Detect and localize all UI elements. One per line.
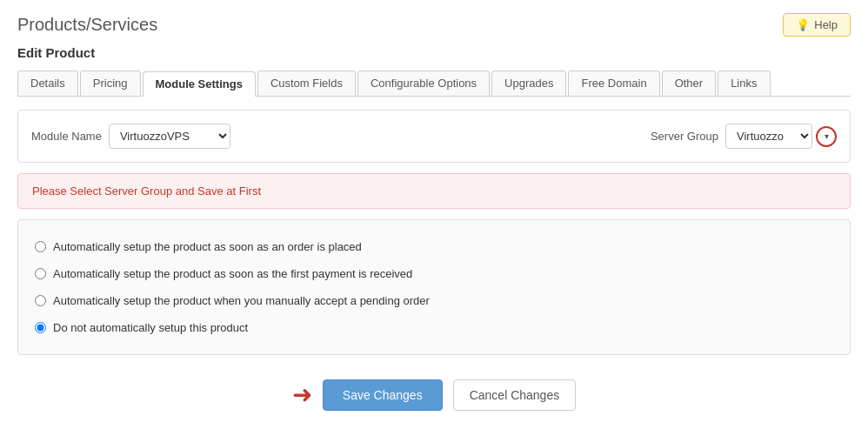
tab-free-domain[interactable]: Free Domain: [568, 70, 659, 96]
bulb-icon: 💡: [796, 18, 810, 31]
module-name-group: Module Name VirtuozzoVPS: [31, 124, 230, 149]
page-title: Products/Services: [17, 15, 157, 35]
radio-label-4: Do not automatically setup this product: [53, 321, 248, 334]
radio-label-2: Automatically setup the product as soon …: [53, 267, 412, 280]
module-row: Module Name VirtuozzoVPS Server Group Vi…: [31, 124, 837, 149]
footer-actions: ➜ Save Changes Cancel Changes: [17, 371, 851, 411]
cancel-changes-button[interactable]: Cancel Changes: [453, 379, 577, 411]
server-group-label: Server Group: [651, 130, 718, 143]
radio-option-2: Automatically setup the product as soon …: [31, 260, 837, 287]
server-group-section: Server Group Virtuozzo ▾: [651, 124, 837, 149]
module-settings-card: Module Name VirtuozzoVPS Server Group Vi…: [17, 110, 851, 163]
tab-module-settings[interactable]: Module Settings: [143, 71, 256, 97]
arrow-right-icon: ➜: [292, 383, 312, 407]
server-group-select[interactable]: Virtuozzo: [725, 124, 812, 149]
tab-upgrades[interactable]: Upgrades: [491, 70, 566, 96]
module-name-select[interactable]: VirtuozzoVPS: [109, 124, 230, 149]
server-group-select-wrapper: Virtuozzo ▾: [725, 124, 837, 149]
tab-links[interactable]: Links: [718, 70, 770, 96]
tab-details[interactable]: Details: [17, 70, 78, 96]
radio-input-2[interactable]: [35, 268, 46, 279]
alert-box: Please Select Server Group and Save at F…: [17, 173, 851, 209]
alert-message: Please Select Server Group and Save at F…: [32, 184, 261, 198]
tab-custom-fields[interactable]: Custom Fields: [257, 70, 356, 96]
radio-label-1: Automatically setup the product as soon …: [53, 240, 362, 253]
page-wrapper: Products/Services 💡 Help Edit Product De…: [0, 0, 868, 436]
radio-label-3: Automatically setup the product when you…: [53, 294, 430, 307]
page-header: Products/Services 💡 Help: [17, 13, 851, 37]
save-changes-button[interactable]: Save Changes: [323, 379, 443, 411]
radio-option-4: Do not automatically setup this product: [31, 314, 837, 341]
tab-other[interactable]: Other: [662, 70, 717, 96]
module-name-label: Module Name: [31, 130, 102, 143]
radio-input-3[interactable]: [35, 295, 46, 306]
radio-input-1[interactable]: [35, 241, 46, 252]
help-button[interactable]: 💡 Help: [783, 13, 851, 37]
radio-option-3: Automatically setup the product when you…: [31, 287, 837, 314]
radio-option-1: Automatically setup the product as soon …: [31, 233, 837, 260]
radio-input-4[interactable]: [35, 322, 46, 333]
server-group-dropdown-icon[interactable]: ▾: [816, 126, 837, 147]
tab-pricing[interactable]: Pricing: [80, 70, 141, 96]
radio-section: Automatically setup the product as soon …: [17, 219, 851, 355]
tabs-container: Details Pricing Module Settings Custom F…: [17, 70, 851, 97]
edit-product-label: Edit Product: [17, 45, 851, 60]
tab-configurable-options[interactable]: Configurable Options: [357, 70, 490, 96]
